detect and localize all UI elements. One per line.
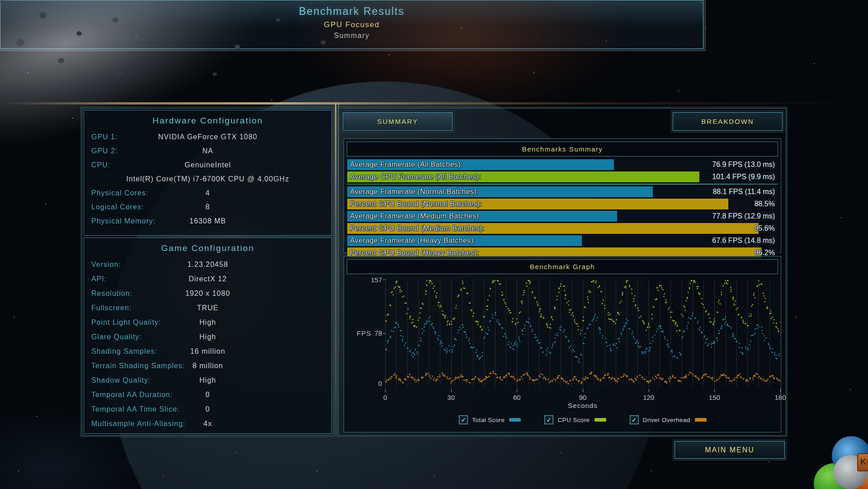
game-config-row: Shadow Quality:High bbox=[84, 373, 331, 388]
summary-bar-label: Average Framerate (Heavy Batches): bbox=[350, 235, 476, 246]
hardware-config-section: Hardware Configuration GPU 1:NVIDIA GeFo… bbox=[84, 110, 332, 236]
summary-bar-row: Average Framerate (All Batches):76.9 FPS… bbox=[347, 159, 778, 171]
legend-label: CPU Score bbox=[557, 417, 590, 423]
checkbox-checked-icon[interactable]: ✓ bbox=[630, 415, 639, 424]
x-axis-label: Seconds bbox=[385, 402, 780, 409]
legend-item-total-score[interactable]: ✓Total Score bbox=[459, 415, 521, 424]
game-config-row: Multisample Anti-Aliasing:4x bbox=[84, 417, 331, 431]
hardware-config-rows: GPU 1:NVIDIA GeForce GTX 1080GPU 2:NACPU… bbox=[84, 130, 331, 228]
hardware-config-label: Logical Cores: bbox=[91, 200, 144, 214]
x-axis-tickmark bbox=[517, 389, 517, 392]
summary-bar-row: Percent GPU Bound (Medium Batches):95.6% bbox=[347, 223, 778, 234]
x-axis-tickmark bbox=[649, 389, 649, 392]
benchmark-graph-canvas bbox=[385, 280, 780, 387]
benchmarks-summary-section: Benchmarks Summary Average Framerate (Al… bbox=[344, 138, 781, 253]
game-config-value: DirectX 12 bbox=[84, 272, 331, 286]
hardware-config-row: GPU 2:NA bbox=[84, 144, 331, 158]
game-config-label: Glare Quality: bbox=[91, 330, 142, 344]
hardware-config-value: NVIDIA GeForce GTX 1080 bbox=[84, 130, 331, 144]
benchmark-graph-section: Benchmark Graph 157 FPS 78 0 03060901201… bbox=[344, 256, 781, 432]
hardware-config-title: Hardware Configuration bbox=[84, 116, 331, 126]
kitguru-logo: KG bbox=[813, 435, 868, 489]
summary-bar-value: 88.1 FPS (11.4 ms) bbox=[712, 186, 775, 197]
summary-bar-row: Average CPU Framerate (All Batches):101.… bbox=[347, 171, 778, 183]
legend-label: Driver Overhead bbox=[643, 417, 690, 423]
main-menu-button[interactable]: MAIN MENU bbox=[675, 441, 785, 459]
hardware-config-label: GPU 1: bbox=[91, 130, 118, 144]
game-config-row: Shading Samples:16 million bbox=[84, 344, 331, 359]
summary-bar-label: Average Framerate (Normal Batches): bbox=[350, 186, 479, 197]
game-config-label: API: bbox=[91, 272, 107, 286]
x-axis-tickmark bbox=[451, 389, 452, 392]
game-config-row: Fullscreen:TRUE bbox=[84, 301, 331, 315]
game-config-section: Game Configuration Version:1.23.20458API… bbox=[84, 237, 332, 434]
summary-bar-label: Average Framerate (All Batches): bbox=[350, 159, 463, 170]
x-axis-tickmark bbox=[780, 389, 781, 392]
benchmarks-summary-rows: Average Framerate (All Batches):76.9 FPS… bbox=[347, 159, 778, 259]
summary-bar-row: Average Framerate (Normal Batches):88.1 … bbox=[347, 186, 778, 198]
x-axis-tickmark bbox=[385, 389, 386, 392]
x-axis-tick-label: 30 bbox=[447, 394, 455, 401]
game-config-row: Terrain Shading Samples:8 million bbox=[84, 359, 331, 373]
legend-item-cpu-score[interactable]: ✓CPU Score bbox=[544, 415, 606, 424]
hardware-config-label: Physical Memory: bbox=[91, 214, 156, 228]
game-config-label: Resolution: bbox=[91, 286, 132, 301]
configuration-panel: Hardware Configuration GPU 1:NVIDIA GeFo… bbox=[82, 108, 334, 436]
game-config-label: Shadow Quality: bbox=[91, 373, 151, 388]
hardware-config-label: GPU 2: bbox=[91, 144, 118, 158]
hardware-config-row: Physical Memory:16308 MB bbox=[84, 214, 331, 228]
legend-item-driver-overhead[interactable]: ✓Driver Overhead bbox=[630, 415, 707, 424]
checkbox-checked-icon[interactable]: ✓ bbox=[544, 415, 553, 424]
x-axis-tickmark bbox=[583, 389, 583, 392]
hardware-config-row: Intel(R) Core(TM) i7-6700K CPU @ 4.00GHz bbox=[84, 172, 331, 186]
game-config-label: Multisample Anti-Aliasing: bbox=[91, 417, 185, 431]
summary-bar-value: 76.9 FPS (13.0 ms) bbox=[712, 159, 775, 170]
hardware-config-label: CPU: bbox=[91, 158, 110, 172]
results-panel: SUMMARY BREAKDOWN Benchmarks Summary Ave… bbox=[338, 108, 786, 436]
hardware-config-value: Intel(R) Core(TM) i7-6700K CPU @ 4.00GHz bbox=[84, 172, 331, 186]
game-config-row: API:DirectX 12 bbox=[84, 272, 331, 286]
hardware-config-value: GenuineIntel bbox=[84, 158, 331, 172]
planet-ring-vertical bbox=[335, 103, 336, 436]
legend-swatch bbox=[695, 418, 707, 422]
tab-breakdown[interactable]: BREAKDOWN bbox=[673, 112, 783, 131]
game-config-row: Temporal AA Duration:0 bbox=[84, 388, 331, 402]
summary-group-divider bbox=[347, 184, 778, 185]
x-axis-tick-label: 60 bbox=[513, 394, 521, 401]
y-axis-tick-mid: 78 bbox=[365, 329, 382, 337]
legend-swatch bbox=[594, 418, 606, 422]
game-config-row: Point Light Quality:High bbox=[84, 315, 331, 330]
x-axis-tickmark bbox=[714, 389, 715, 392]
x-axis-tick-label: 90 bbox=[579, 394, 587, 401]
hardware-config-row: Logical Cores:8 bbox=[84, 200, 331, 214]
logo-kg-badge: KG bbox=[857, 453, 868, 471]
summary-bar-value: 95.6% bbox=[755, 223, 775, 233]
game-config-value: 1.23.20458 bbox=[84, 257, 331, 272]
summary-bar-label: Percent GPU Bound (Normal Batches): bbox=[350, 199, 482, 209]
game-config-row: Version:1.23.20458 bbox=[84, 257, 331, 272]
summary-bar-value: 101.4 FPS (9.9 ms) bbox=[712, 171, 775, 182]
game-config-label: Version: bbox=[91, 257, 121, 272]
summary-bar-label: Average CPU Framerate (All Batches): bbox=[350, 171, 481, 182]
summary-bar-value: 77.8 FPS (12.9 ms) bbox=[712, 211, 775, 221]
summary-bar-value: 88.5% bbox=[755, 199, 775, 209]
benchmarks-summary-header: Benchmarks Summary bbox=[347, 142, 778, 157]
benchmark-results-screen: Benchmark Results GPU Focused Summary Ha… bbox=[0, 0, 868, 489]
hardware-config-value: NA bbox=[84, 144, 331, 158]
y-axis-tick-min: 0 bbox=[344, 380, 382, 387]
summary-bar-label: Average Framerate (Medium Batches): bbox=[350, 211, 481, 221]
game-config-label: Fullscreen: bbox=[91, 301, 132, 315]
game-config-rows: Version:1.23.20458API:DirectX 12Resoluti… bbox=[84, 257, 331, 431]
y-axis-tick-max: 157 bbox=[344, 276, 382, 284]
game-config-row: Temporal AA Time Slice:0 bbox=[84, 402, 331, 417]
game-config-label: Point Light Quality: bbox=[91, 315, 161, 330]
asteroids bbox=[0, 0, 5, 4]
legend-swatch bbox=[509, 418, 521, 422]
hardware-config-label: Physical Cores: bbox=[91, 186, 148, 200]
game-config-label: Temporal AA Duration: bbox=[91, 388, 173, 402]
checkbox-checked-icon[interactable]: ✓ bbox=[459, 415, 468, 424]
graph-legend: ✓Total Score✓CPU Score✓Driver Overhead bbox=[385, 414, 780, 426]
game-config-label: Temporal AA Time Slice: bbox=[91, 402, 180, 417]
tab-summary[interactable]: SUMMARY bbox=[343, 112, 453, 131]
game-config-row: Resolution:1920 x 1080 bbox=[84, 286, 331, 301]
